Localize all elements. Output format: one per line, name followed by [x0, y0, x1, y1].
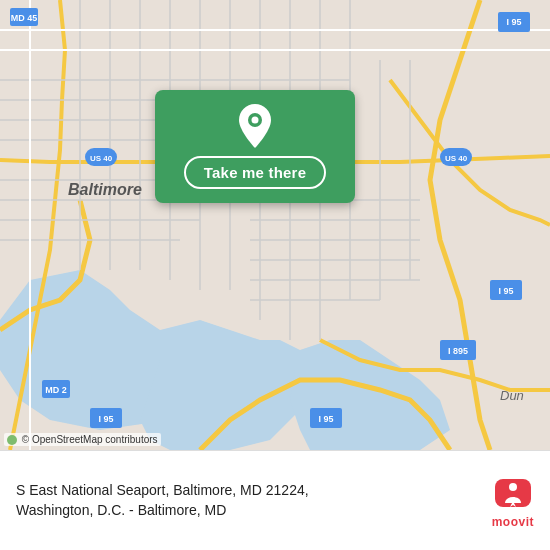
- svg-text:I 95: I 95: [498, 286, 513, 296]
- svg-text:MD 2: MD 2: [45, 385, 67, 395]
- location-pin-icon: [237, 104, 273, 148]
- info-bar: S East National Seaport, Baltimore, MD 2…: [0, 450, 550, 550]
- svg-text:US 40: US 40: [90, 154, 113, 163]
- osm-attribution: © OpenStreetMap contributors: [4, 433, 161, 446]
- svg-text:I 895: I 895: [448, 346, 468, 356]
- svg-text:US 40: US 40: [445, 154, 468, 163]
- svg-text:I 95: I 95: [98, 414, 113, 424]
- moovit-icon-svg: [493, 473, 533, 513]
- app-container: MD 45 MD 2 US 40 US 40 I 95 I 95 I 95 I …: [0, 0, 550, 550]
- svg-point-54: [252, 117, 259, 124]
- moovit-logo: moovit: [492, 473, 534, 529]
- svg-text:I 95: I 95: [318, 414, 333, 424]
- svg-text:Baltimore: Baltimore: [68, 181, 142, 198]
- take-me-there-button[interactable]: Take me there: [184, 156, 326, 189]
- location-card: Take me there: [155, 90, 355, 203]
- moovit-brand-text: moovit: [492, 515, 534, 529]
- svg-point-56: [509, 483, 517, 491]
- svg-text:Dun: Dun: [500, 388, 524, 403]
- attribution-text: © OpenStreetMap contributors: [22, 434, 158, 445]
- svg-text:MD 45: MD 45: [11, 13, 38, 23]
- osm-logo-icon: [7, 435, 17, 445]
- info-text: S East National Seaport, Baltimore, MD 2…: [16, 481, 480, 520]
- svg-text:I 95: I 95: [506, 17, 521, 27]
- map-container: MD 45 MD 2 US 40 US 40 I 95 I 95 I 95 I …: [0, 0, 550, 450]
- map-svg: MD 45 MD 2 US 40 US 40 I 95 I 95 I 95 I …: [0, 0, 550, 450]
- address-line: S East National Seaport, Baltimore, MD 2…: [16, 481, 480, 520]
